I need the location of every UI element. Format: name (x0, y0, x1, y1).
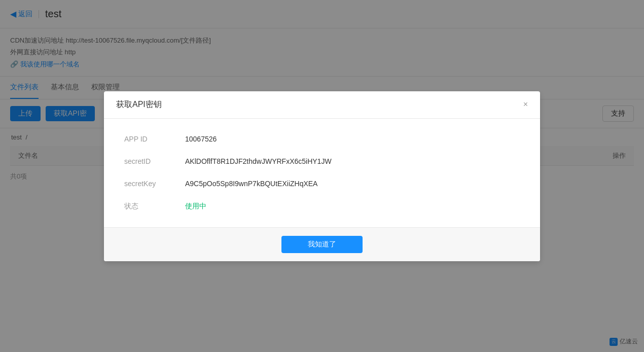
modal-row-secretkey: secretKey A9C5pOo5Sp8I9wnP7kBQUtEXiiZHqX… (124, 180, 520, 188)
modal-dialog: 获取API密钥 × APP ID 10067526 secretID AKlDO… (104, 91, 540, 261)
modal-row-status: 状态 使用中 (124, 202, 520, 211)
confirm-button[interactable]: 我知道了 (281, 236, 363, 253)
modal-overlay: 获取API密钥 × APP ID 10067526 secretID AKlDO… (0, 0, 644, 352)
modal-title: 获取API密钥 (116, 99, 162, 110)
value-secretkey: A9C5pOo5Sp8I9wnP7kBQUtEXiiZHqXEA (185, 180, 317, 188)
modal-row-appid: APP ID 10067526 (124, 135, 520, 143)
modal-close-button[interactable]: × (523, 100, 528, 109)
value-appid: 10067526 (185, 135, 217, 143)
modal-body: APP ID 10067526 secretID AKlDOflfT8R1DJF… (104, 119, 540, 227)
label-secretkey: secretKey (124, 180, 185, 188)
label-appid: APP ID (124, 135, 185, 143)
value-status: 使用中 (185, 202, 206, 211)
label-status: 状态 (124, 202, 185, 211)
page-background: ◀ 返回 test CDN加速访问地址 http://test-10067526… (0, 0, 644, 352)
label-secretid: secretID (124, 157, 185, 165)
value-secretid: AKlDOflfT8R1DJF2thdwJWYRFxX6c5iHY1JW (185, 157, 332, 165)
modal-row-secretid: secretID AKlDOflfT8R1DJF2thdwJWYRFxX6c5i… (124, 157, 520, 165)
modal-footer: 我知道了 (104, 227, 540, 261)
modal-header: 获取API密钥 × (104, 91, 540, 119)
